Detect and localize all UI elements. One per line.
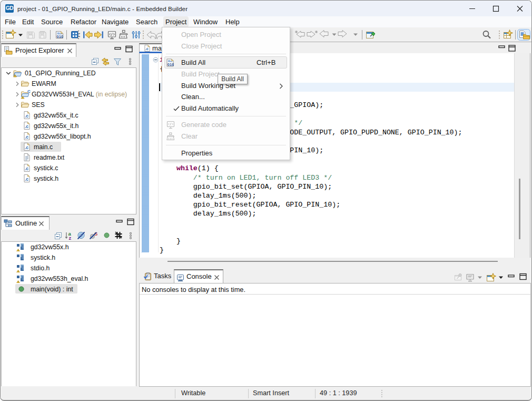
svg-text:.c: .c bbox=[25, 134, 28, 140]
svg-text:.c: .c bbox=[25, 145, 28, 150]
svg-text:010: 010 bbox=[57, 34, 64, 39]
svg-text:.c: .c bbox=[25, 177, 28, 182]
svg-text:.c: .c bbox=[145, 46, 149, 51]
svg-text:010: 010 bbox=[168, 62, 174, 67]
svg-text:.c: .c bbox=[25, 124, 28, 129]
svg-text:.c: .c bbox=[25, 113, 28, 119]
svg-text:C: C bbox=[27, 90, 31, 94]
svg-text:z: z bbox=[69, 235, 72, 241]
svg-text:.c: .c bbox=[25, 166, 28, 171]
